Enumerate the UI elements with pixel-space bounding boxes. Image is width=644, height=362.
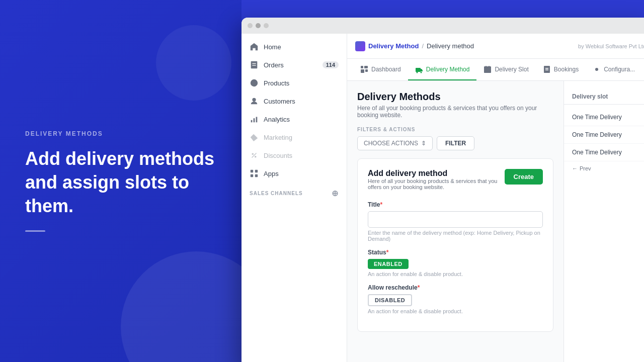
title-input[interactable] xyxy=(368,211,543,228)
main-content: Delivery Method / Delivery method by Web… xyxy=(347,34,644,362)
breadcrumb-sep: / xyxy=(422,42,424,50)
tab-configuration[interactable]: Configura... xyxy=(586,59,642,80)
tab-delivery-slot[interactable]: Delivery Slot xyxy=(476,59,535,80)
nav-tabs: Dashboard Delivery Method Delivery Slot … xyxy=(347,59,644,81)
choose-actions-label: CHOOSE ACTIONS xyxy=(364,140,418,147)
tab-dashboard[interactable]: Dashboard xyxy=(353,59,408,80)
page-title-section: Delivery Methods Here of all your bookin… xyxy=(357,91,553,119)
choose-actions-select[interactable]: CHOOSE ACTIONS ⇕ xyxy=(357,136,433,150)
left-panel: DELIVERY METHODS Add delivery methods an… xyxy=(0,0,242,362)
svg-point-21 xyxy=(420,71,422,73)
prev-button[interactable]: ← Prev xyxy=(564,161,644,175)
right-panel-header: Delivery slot xyxy=(564,89,644,105)
apps-icon xyxy=(250,169,259,178)
analytics-icon xyxy=(250,115,259,124)
tab-bookings-label: Bookings xyxy=(554,66,579,73)
sidebar-item-marketing[interactable]: Marketing xyxy=(242,128,347,146)
app-layout: Home Orders 114 Products Customers xyxy=(242,34,644,362)
prev-label: Prev xyxy=(580,165,591,171)
reschedule-label: Allow reschedule* xyxy=(368,284,543,291)
svg-rect-12 xyxy=(255,170,258,172)
title-field: Title* Enter the name of the delivery me… xyxy=(368,201,543,242)
sidebar-item-discounts[interactable]: Discounts xyxy=(242,146,347,164)
browser-dot-1 xyxy=(248,23,253,28)
sidebar-item-products[interactable]: Products xyxy=(242,74,347,92)
svg-rect-19 xyxy=(416,68,421,72)
tab-delivery-method[interactable]: Delivery Method xyxy=(408,59,477,80)
svg-point-20 xyxy=(416,71,418,73)
svg-rect-16 xyxy=(364,66,368,68)
svg-point-8 xyxy=(252,153,254,155)
circle-decoration2 xyxy=(156,25,231,101)
svg-rect-11 xyxy=(251,170,253,172)
sidebar-item-customers[interactable]: Customers xyxy=(242,92,347,110)
svg-rect-7 xyxy=(256,117,258,123)
form-card-header: Add delivery method Here of all your boo… xyxy=(368,169,543,198)
section-label: DELIVERY METHODS xyxy=(25,130,216,137)
tab-bookings[interactable]: Bookings xyxy=(536,59,586,80)
tab-delivery-method-label: Delivery Method xyxy=(426,66,470,73)
reschedule-badge[interactable]: DISABLED xyxy=(368,294,412,306)
reschedule-hint: An action for enable & disable product. xyxy=(368,308,543,314)
headline: Add delivery methods and assign slots to… xyxy=(25,147,216,218)
app-logo xyxy=(355,41,365,51)
list-item: One Time Delivery xyxy=(564,144,644,161)
browser-chrome xyxy=(242,18,644,34)
sidebar-item-label: Home xyxy=(264,43,281,51)
filters-row: CHOOSE ACTIONS ⇕ FILTER xyxy=(357,136,553,150)
sales-channels-label: SALES CHANNELS ⊕ xyxy=(242,183,347,200)
svg-rect-0 xyxy=(251,61,258,68)
title-hint: Enter the name of the delivery method (e… xyxy=(368,230,543,242)
breadcrumb-text1: Delivery Method xyxy=(368,42,419,50)
sidebar-item-analytics[interactable]: Analytics xyxy=(242,110,347,128)
form-card: Add delivery method Here of all your boo… xyxy=(357,158,553,332)
status-field: Status* ENABLED An action for enable & d… xyxy=(368,249,543,277)
sidebar-item-apps[interactable]: Apps xyxy=(242,164,347,183)
svg-rect-26 xyxy=(544,66,550,73)
tab-dashboard-label: Dashboard xyxy=(371,66,401,73)
svg-rect-15 xyxy=(361,66,363,68)
create-button[interactable]: Create xyxy=(505,169,543,185)
sidebar-item-label: Customers xyxy=(264,98,295,105)
svg-point-9 xyxy=(255,156,257,158)
page-content: Delivery Methods Here of all your bookin… xyxy=(347,81,644,362)
page-title: Delivery Methods xyxy=(357,91,553,103)
divider xyxy=(25,230,45,232)
right-panel: Delivery slot One Time Delivery One Time… xyxy=(564,81,644,362)
filters-bar: FILTERS & ACTIONS CHOOSE ACTIONS ⇕ FILTE… xyxy=(357,127,553,150)
marketing-icon xyxy=(250,133,259,142)
add-channel-icon[interactable]: ⊕ xyxy=(332,189,339,198)
page-main: Delivery Methods Here of all your bookin… xyxy=(347,81,564,362)
discounts-icon xyxy=(250,151,259,160)
products-icon xyxy=(250,78,259,87)
sidebar: Home Orders 114 Products Customers xyxy=(242,34,347,362)
page-subtitle: Here of all your booking products & serv… xyxy=(357,105,553,119)
svg-point-3 xyxy=(251,79,258,86)
sidebar-item-label: Apps xyxy=(264,170,279,177)
form-card-title: Add delivery method xyxy=(368,169,505,178)
title-label: Title* xyxy=(368,201,543,208)
sidebar-item-label: Marketing xyxy=(264,134,292,141)
status-hint: An action for enable & disable product. xyxy=(368,271,543,277)
sidebar-item-label: Discounts xyxy=(264,152,292,159)
sidebar-item-label: Analytics xyxy=(264,116,290,123)
svg-rect-14 xyxy=(255,174,258,177)
orders-badge: 114 xyxy=(323,61,339,68)
svg-point-4 xyxy=(252,98,256,102)
status-badge[interactable]: ENABLED xyxy=(368,259,409,269)
svg-rect-18 xyxy=(365,69,368,72)
list-item: One Time Delivery xyxy=(564,126,644,144)
svg-rect-17 xyxy=(361,69,364,73)
tab-delivery-slot-label: Delivery Slot xyxy=(495,66,528,73)
browser-dot-2 xyxy=(256,23,261,28)
list-item: One Time Delivery xyxy=(564,109,644,126)
top-bar: Delivery Method / Delivery method by Web… xyxy=(347,34,644,59)
status-label: Status* xyxy=(368,249,543,256)
sidebar-item-home[interactable]: Home xyxy=(242,38,347,56)
filter-button[interactable]: FILTER xyxy=(437,136,474,150)
svg-rect-13 xyxy=(251,174,253,177)
customers-icon xyxy=(250,97,259,106)
browser-dot-3 xyxy=(264,23,269,28)
breadcrumb: Delivery Method / Delivery method xyxy=(355,41,474,51)
sidebar-item-orders[interactable]: Orders 114 xyxy=(242,56,347,74)
